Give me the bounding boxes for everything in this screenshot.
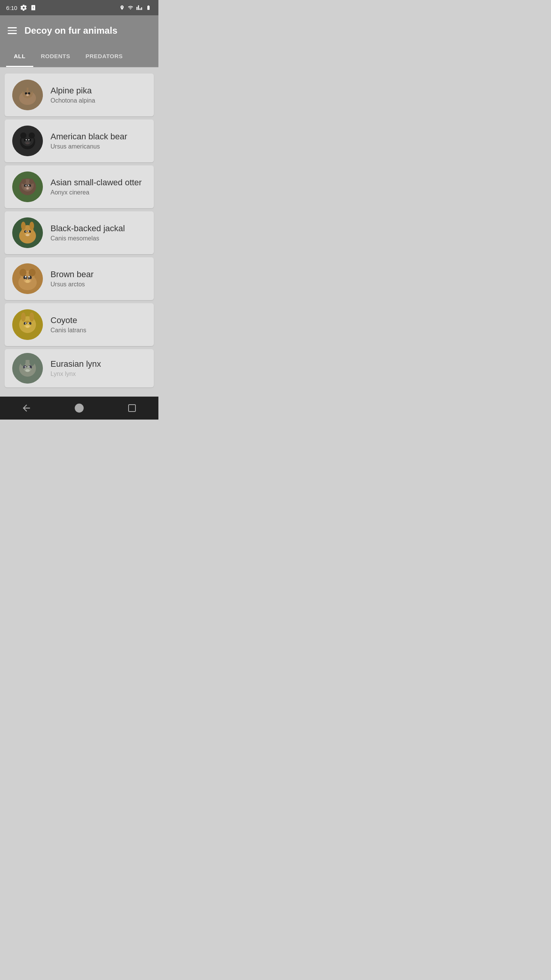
animal-image (12, 263, 43, 294)
animal-name: Eurasian lynx (51, 359, 146, 369)
animal-info: Brown bear Ursus arctos (51, 270, 146, 288)
animal-name: Alpine pika (51, 86, 146, 96)
animal-list: Alpine pika Ochotona alpina American bla… (0, 67, 158, 394)
animal-latin: Lynx lynx (51, 371, 146, 377)
animal-image (12, 172, 43, 202)
animal-info: Black-backed jackal Canis mesomelas (51, 224, 146, 242)
status-bar: 6:10 (0, 0, 158, 15)
svg-point-17 (26, 142, 29, 144)
tab-all[interactable]: ALL (6, 46, 33, 67)
svg-point-54 (28, 278, 29, 279)
list-item[interactable]: Coyote Canis latrans (5, 303, 154, 346)
svg-point-51 (25, 276, 26, 278)
svg-point-58 (21, 312, 26, 322)
svg-point-50 (25, 280, 30, 283)
svg-point-64 (25, 323, 26, 324)
back-button[interactable] (17, 399, 36, 418)
avatar (12, 309, 43, 340)
svg-point-4 (28, 86, 33, 93)
svg-point-39 (26, 234, 29, 236)
avatar (12, 353, 43, 384)
home-icon (74, 403, 85, 413)
list-item[interactable]: American black bear Ursus americanus (5, 119, 154, 162)
avatar (12, 126, 43, 156)
svg-point-23 (21, 179, 26, 184)
home-button[interactable] (70, 399, 89, 418)
animal-image (12, 80, 43, 110)
svg-point-34 (21, 222, 26, 230)
svg-rect-79 (129, 405, 135, 412)
signal-icon (136, 5, 142, 11)
svg-point-53 (26, 278, 27, 279)
svg-point-66 (26, 321, 29, 323)
svg-point-45 (20, 269, 26, 276)
svg-point-35 (29, 222, 34, 230)
svg-point-40 (26, 231, 27, 232)
sim-card-icon (30, 4, 36, 11)
app-bar: Decoy on fur animals (0, 15, 158, 46)
menu-button[interactable] (8, 27, 17, 34)
animal-name: Asian small-clawed otter (51, 178, 146, 188)
svg-point-63 (26, 325, 29, 328)
animal-info: Alpine pika Ochotona alpina (51, 86, 146, 104)
svg-point-12 (20, 132, 26, 139)
back-icon (21, 403, 32, 413)
svg-point-71 (29, 357, 35, 366)
wifi-icon (127, 5, 134, 10)
list-item[interactable]: Eurasian lynx Lynx lynx (5, 349, 154, 387)
list-item[interactable]: Brown bear Ursus arctos (5, 257, 154, 300)
status-bar-right (119, 4, 152, 11)
bottom-nav (0, 397, 158, 420)
animal-info: Coyote Canis latrans (51, 315, 146, 334)
status-time: 6:10 (6, 5, 17, 11)
animal-latin: Ursus americanus (51, 143, 146, 150)
recent-button[interactable] (122, 399, 142, 418)
animal-latin: Canis mesomelas (51, 235, 146, 242)
animal-image (12, 309, 43, 340)
svg-point-24 (29, 179, 34, 184)
avatar (12, 80, 43, 110)
animal-image (12, 126, 43, 156)
animal-latin: Canis latrans (51, 327, 146, 334)
svg-point-29 (26, 185, 27, 186)
animal-name: Black-backed jackal (51, 224, 146, 234)
avatar (12, 217, 43, 248)
app-title: Decoy on fur animals (24, 25, 117, 36)
svg-point-77 (29, 366, 30, 368)
animal-name: Brown bear (51, 270, 146, 279)
svg-point-52 (28, 276, 30, 278)
battery-icon (145, 5, 152, 10)
svg-point-28 (26, 187, 29, 189)
list-item[interactable]: Black-backed jackal Canis mesomelas (5, 211, 154, 254)
animal-name: American black bear (51, 132, 146, 142)
svg-point-78 (75, 403, 83, 412)
animal-name: Coyote (51, 315, 146, 325)
svg-point-19 (28, 139, 29, 140)
animal-info: Eurasian lynx Lynx lynx (51, 359, 146, 377)
recent-icon (127, 403, 137, 413)
tabs-bar: ALL RODENTS PREDATORS (0, 46, 158, 67)
gear-icon (20, 4, 27, 11)
svg-point-59 (29, 312, 34, 322)
animal-image (12, 353, 43, 384)
svg-point-13 (29, 132, 35, 139)
list-item[interactable]: Alpine pika Ochotona alpina (5, 74, 154, 116)
svg-point-30 (28, 185, 29, 186)
list-item[interactable]: Asian small-clawed otter Aonyx cinerea (5, 165, 154, 208)
animal-latin: Ochotona alpina (51, 97, 146, 104)
svg-point-75 (25, 369, 30, 372)
tab-predators[interactable]: PREDATORS (78, 46, 130, 67)
animal-latin: Ursus arctos (51, 281, 146, 288)
animal-latin: Aonyx cinerea (51, 189, 146, 196)
avatar (12, 172, 43, 202)
animal-info: Asian small-clawed otter Aonyx cinerea (51, 178, 146, 196)
svg-point-41 (28, 231, 29, 232)
animal-image (12, 217, 43, 248)
svg-point-3 (22, 86, 27, 93)
svg-point-70 (20, 357, 26, 366)
avatar (12, 263, 43, 294)
status-bar-left: 6:10 (6, 4, 36, 11)
tab-rodents[interactable]: RODENTS (33, 46, 78, 67)
location-icon (119, 4, 125, 11)
svg-point-46 (29, 269, 36, 276)
